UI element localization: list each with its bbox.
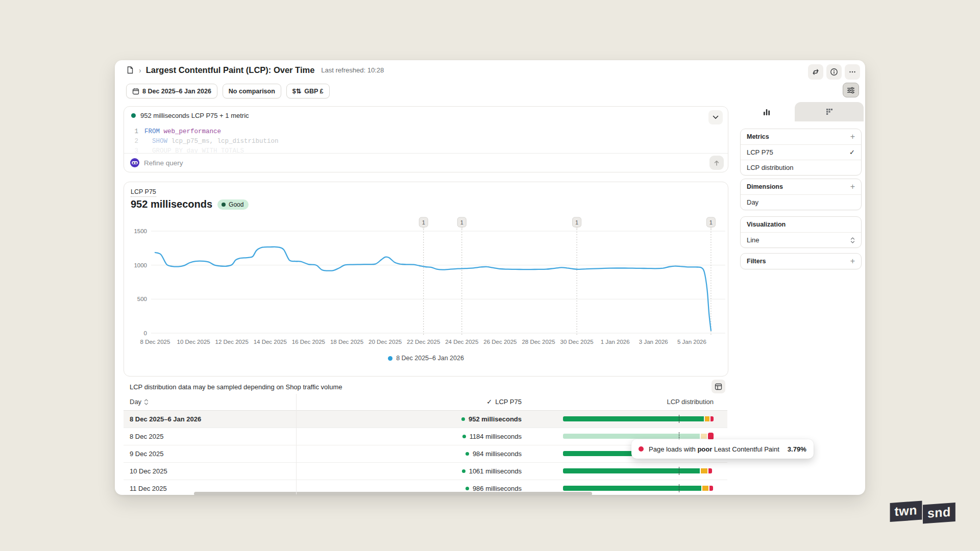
- table-row[interactable]: 10 Dec 20251061 milliseconds: [124, 463, 727, 480]
- query-editor-panel: 952 milliseconds LCP P75 + 1 metric 1FRO…: [124, 106, 728, 172]
- poor-segment: [708, 433, 714, 440]
- column-divider: [296, 394, 297, 494]
- check-icon: ✓: [486, 398, 492, 406]
- horizontal-scrollbar[interactable]: [194, 492, 592, 495]
- line-number: 3: [131, 146, 138, 154]
- metric-dot: [465, 487, 469, 490]
- code-token: [144, 146, 152, 154]
- submit-query-button[interactable]: [709, 156, 724, 170]
- add-metrics-button[interactable]: +: [850, 132, 855, 141]
- sidebar-section-metrics: Metrics+LCP P75✓LCP distribution: [740, 129, 862, 176]
- add-dimensions-button[interactable]: +: [850, 182, 855, 191]
- sidebar-item-day[interactable]: Day: [741, 194, 861, 210]
- refine-query-bar: Refine query: [124, 153, 728, 172]
- row-metric-value: 1184 milliseconds: [462, 433, 522, 440]
- item-label: LCP P75: [747, 148, 773, 156]
- configuration-sidebar: Metrics+LCP P75✓LCP distributionDimensio…: [739, 60, 864, 495]
- row-metric-value: 1061 milliseconds: [462, 467, 522, 475]
- arrow-up-icon: [714, 160, 720, 166]
- code-token: GROUP BY day WITH TOTALS: [152, 146, 244, 154]
- p75-tick-marker: [679, 467, 679, 475]
- collapse-query-button[interactable]: [708, 110, 723, 124]
- svg-text:30 Dec 2025: 30 Dec 2025: [560, 339, 593, 345]
- add-filters-button[interactable]: +: [850, 257, 855, 266]
- comparison-label: No comparison: [229, 88, 275, 95]
- breadcrumb[interactable]: ›: [139, 66, 141, 74]
- metric-dot: [462, 469, 465, 473]
- sidebar-item-line[interactable]: Line: [741, 232, 861, 247]
- bar-chart-icon: [763, 109, 770, 115]
- pivot-table-icon: [826, 108, 833, 115]
- svg-text:3 Jan 2026: 3 Jan 2026: [639, 339, 668, 345]
- sampling-note: LCP distribution data may be sampled dep…: [130, 383, 342, 391]
- sidebar-item-lcp-p75[interactable]: LCP P75✓: [741, 144, 861, 160]
- sidebar-section-visualization: VisualizationLine: [740, 216, 862, 248]
- query-code[interactable]: 1FROM web_performance2 SHOW lcp_p75_ms, …: [131, 127, 702, 154]
- date-range-button[interactable]: 8 Dec 2025–6 Jan 2026: [126, 84, 217, 98]
- code-token: FROM: [144, 127, 160, 137]
- poor-indicator-dot: [639, 446, 644, 452]
- row-day-label: 9 Dec 2025: [130, 450, 164, 458]
- lcp-distribution-bar: [563, 416, 714, 421]
- sidebar-section-filters: Filters+: [740, 253, 862, 269]
- currency-swap-icon: $⇅: [292, 87, 301, 95]
- item-label: LCP distribution: [747, 164, 794, 171]
- poor-segment: [710, 416, 714, 421]
- table-row[interactable]: 8 Dec 2025–6 Jan 2026952 milliseconds: [124, 411, 727, 428]
- lcp-chart-panel: LCP P75 952 milliseconds Good 1500100050…: [124, 182, 728, 377]
- metric-dot: [465, 452, 469, 456]
- svg-text:14 Dec 2025: 14 Dec 2025: [254, 339, 287, 345]
- row-day-label: 8 Dec 2025–6 Jan 2026: [130, 415, 201, 423]
- row-day-label: 8 Dec 2025: [130, 433, 164, 440]
- code-token: [144, 137, 152, 146]
- needs-improvement-segment: [701, 468, 707, 473]
- comparison-button[interactable]: No comparison: [223, 84, 281, 98]
- svg-text:0: 0: [144, 330, 147, 336]
- sidebar-section-dimensions: Dimensions+Day: [740, 179, 862, 210]
- poor-segment: [709, 486, 713, 491]
- item-label: Day: [747, 198, 758, 206]
- analytics-report-window: › Largest Contentful Paint (LCP): Over T…: [115, 60, 865, 495]
- sidebar-tabs: [739, 102, 864, 121]
- lcp-line-chart[interactable]: 15001000500011118 Dec 202510 Dec 202512 …: [124, 182, 728, 354]
- lcp-distribution-bar: [563, 486, 714, 491]
- row-day-label: 11 Dec 2025: [130, 485, 167, 492]
- svg-text:1: 1: [575, 219, 578, 226]
- svg-text:12 Dec 2025: 12 Dec 2025: [215, 339, 249, 345]
- refine-query-input[interactable]: Refine query: [144, 159, 705, 167]
- p75-tick-marker: [679, 415, 679, 423]
- last-refreshed-label: Last refreshed: 10:28: [321, 66, 384, 74]
- select-chevrons-icon: [850, 237, 855, 243]
- column-header-lcp-distribution[interactable]: LCP distribution: [667, 398, 714, 406]
- needs-improvement-segment: [705, 416, 709, 421]
- series-legend-label: 8 Dec 2025–6 Jan 2026: [396, 355, 464, 362]
- needs-improvement-segment: [701, 434, 707, 439]
- tab-pivot-table[interactable]: [795, 102, 864, 121]
- svg-text:1000: 1000: [134, 262, 147, 268]
- table-icon: [715, 383, 722, 390]
- table-view-button[interactable]: [712, 380, 725, 393]
- code-line: 1FROM web_performance: [131, 127, 702, 137]
- column-header-lcp-p75[interactable]: ✓ LCP P75: [486, 398, 522, 406]
- section-header: Dimensions+: [741, 179, 861, 194]
- query-summary: 952 milliseconds LCP P75 + 1 metric: [131, 112, 249, 119]
- code-token: web_performance: [164, 127, 222, 137]
- code-line: 3 GROUP BY day WITH TOTALS: [131, 146, 702, 154]
- metric-status-dot: [131, 113, 136, 118]
- row-metric-value: 952 milliseconds: [461, 415, 522, 423]
- section-header: Visualization: [741, 217, 861, 232]
- svg-text:24 Dec 2025: 24 Dec 2025: [445, 339, 478, 345]
- tab-visualization-setup[interactable]: [739, 102, 795, 121]
- filter-toolbar: 8 Dec 2025–6 Jan 2026 No comparison $⇅ G…: [126, 84, 330, 98]
- sidebar-item-lcp-distribution[interactable]: LCP distribution: [741, 160, 861, 175]
- series-legend-dot: [388, 356, 393, 361]
- tooltip-value: 3.79%: [788, 445, 806, 453]
- code-token: SHOW: [152, 137, 167, 146]
- date-range-label: 8 Dec 2025–6 Jan 2026: [142, 88, 211, 95]
- currency-label: GBP £: [304, 88, 323, 95]
- table-note-row: LCP distribution data may be sampled dep…: [124, 381, 727, 394]
- currency-button[interactable]: $⇅ GBP £: [286, 84, 330, 98]
- column-header-day[interactable]: Day: [130, 398, 149, 406]
- svg-text:1: 1: [709, 219, 713, 226]
- row-day-label: 10 Dec 2025: [130, 467, 167, 475]
